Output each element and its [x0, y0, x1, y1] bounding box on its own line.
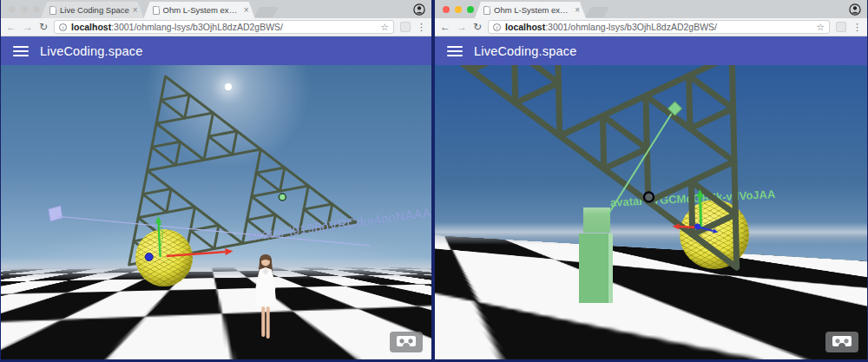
tab-label: Ohm L-System example app: [163, 5, 240, 15]
profile-icon[interactable]: [849, 3, 861, 16]
forward-icon[interactable]: →: [457, 22, 467, 32]
axes-layer: [435, 65, 867, 359]
tab-label: Live Coding Space: [60, 5, 129, 15]
3d-scene-right[interactable]: avatar-47GCMdGRJk-vdVoJAA: [435, 65, 867, 359]
traffic-lights[interactable]: [9, 6, 40, 13]
hamburger-menu-icon[interactable]: [13, 46, 29, 56]
zoom-window-icon[interactable]: [467, 6, 474, 13]
tab-live-coding-space[interactable]: Live Coding Space ×: [41, 2, 144, 18]
browser-menu-icon[interactable]: ⋮: [852, 22, 862, 33]
tab-label: Ohm L-System example app: [494, 5, 571, 15]
y-axis-arrow: [155, 216, 161, 257]
vr-mode-button[interactable]: [825, 332, 858, 352]
back-icon[interactable]: ←: [6, 22, 16, 32]
browser-menu-icon[interactable]: ⋮: [417, 22, 426, 33]
app-title: LiveCoding.space: [40, 44, 142, 58]
app-header: LiveCoding.space: [435, 36, 867, 65]
zoom-window-icon[interactable]: [33, 6, 40, 13]
z-axis-dot: [145, 253, 153, 261]
browser-toolbar: ← → ↻ i localhost:3001/ohmlang-lsys/b3Oj…: [435, 18, 867, 36]
url-host: localhost: [71, 22, 111, 32]
minimize-window-icon[interactable]: [21, 6, 28, 13]
url-host: localhost: [505, 22, 545, 32]
z-axis-arrow: [700, 227, 719, 234]
vr-mode-button[interactable]: [390, 332, 423, 352]
browser-window-right: Ohm L-System example app × ← → ↻ i local…: [433, 0, 868, 362]
back-icon[interactable]: ←: [440, 22, 450, 32]
page-favicon-icon: [49, 6, 56, 15]
bookmark-star-icon[interactable]: ☆: [816, 22, 825, 33]
tab-close-icon[interactable]: ×: [133, 6, 138, 15]
tab-close-icon[interactable]: ×: [575, 6, 580, 15]
screenshot-stage: Live Coding Space × Ohm L-System example…: [0, 0, 868, 362]
close-window-icon[interactable]: [9, 6, 16, 13]
minimize-window-icon[interactable]: [455, 6, 462, 13]
page-favicon-icon: [153, 6, 160, 15]
extension-icon[interactable]: [836, 22, 846, 32]
tab-strip: Ohm L-System example app ×: [435, 0, 867, 18]
woman-avatar[interactable]: [247, 253, 285, 343]
x-axis-arrow: [167, 248, 233, 256]
address-bar[interactable]: i localhost:3001/ohmlang-lsys/b3OjhL8dzA…: [488, 20, 830, 34]
url-text: localhost:3001/ohmlang-lsys/b3OjhL8dzAD2…: [505, 22, 812, 32]
app-header: LiveCoding.space: [1, 36, 431, 65]
page-info-icon[interactable]: i: [493, 23, 501, 31]
reload-icon[interactable]: ↻: [39, 22, 48, 32]
tab-close-icon[interactable]: ×: [244, 6, 249, 15]
new-tab-button[interactable]: [253, 7, 278, 17]
browser-window-left: Live Coding Space × Ohm L-System example…: [0, 0, 433, 362]
bookmark-star-icon[interactable]: ☆: [380, 22, 389, 33]
z-axis-dot: [694, 224, 700, 230]
page-favicon-icon: [483, 6, 490, 15]
vr-goggles-icon: [397, 336, 416, 348]
forward-icon[interactable]: →: [23, 22, 33, 32]
tab-ohm-lsystem[interactable]: Ohm L-System example app ×: [144, 2, 255, 18]
vr-goggles-icon: [832, 336, 852, 348]
profile-icon[interactable]: [413, 3, 425, 16]
y-axis-arrow: [697, 189, 704, 228]
close-window-icon[interactable]: [443, 6, 450, 13]
axes-layer: [1, 65, 431, 359]
new-tab-button[interactable]: [585, 7, 609, 17]
green-diamond-arrowhead: [668, 102, 682, 115]
page-info-icon[interactable]: i: [59, 23, 67, 31]
tab-strip: Live Coding Space × Ohm L-System example…: [1, 0, 431, 18]
green-pointer-ray: [607, 114, 671, 216]
hamburger-menu-icon[interactable]: [447, 46, 463, 56]
address-bar[interactable]: i localhost:3001/ohmlang-lsys/b3OjhL8dzA…: [54, 20, 394, 34]
extension-icon[interactable]: [400, 22, 411, 32]
url-path: :3001/ohmlang-lsys/b3OjhL8dzAD2gBWS/: [111, 22, 283, 32]
tab-ohm-lsystem[interactable]: Ohm L-System example app ×: [475, 2, 586, 18]
app-title: LiveCoding.space: [474, 44, 576, 58]
browser-toolbar: ← → ↻ i localhost:3001/ohmlang-lsys/b3Oj…: [1, 18, 431, 36]
3d-scene-left[interactable]: avatar-j9198oVRCdui4noNAAAh: [1, 65, 431, 359]
url-path: :3001/ohmlang-lsys/b3OjhL8dzAD2gBWS/: [545, 22, 717, 32]
dark-node-dot: [644, 193, 654, 202]
reload-icon[interactable]: ↻: [473, 22, 482, 32]
url-text: localhost:3001/ohmlang-lsys/b3OjhL8dzAD2…: [71, 22, 376, 32]
traffic-lights[interactable]: [443, 6, 474, 13]
